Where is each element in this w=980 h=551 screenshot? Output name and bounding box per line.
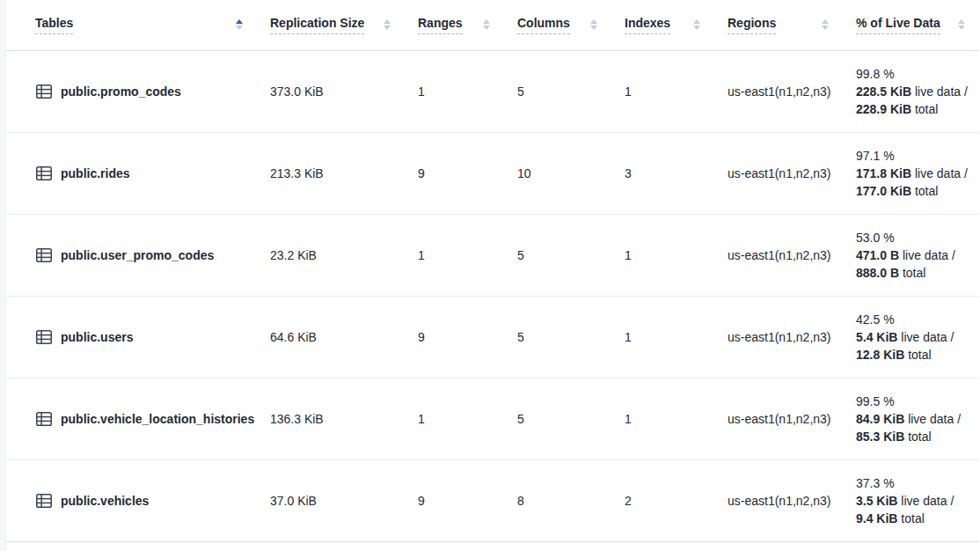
table-row[interactable]: public.promo_codes 373.0 KiB 1 5 1 us-ea… <box>6 50 979 132</box>
column-label: Tables <box>35 16 73 34</box>
live-data-cell: 99.5 % 84.9 KiB live data / 85.3 KiB tot… <box>843 378 979 459</box>
table-name: public.users <box>61 330 133 344</box>
columns-cell: 5 <box>504 378 611 459</box>
column-header-replication-size[interactable]: Replication Size <box>257 0 405 50</box>
tables-page: Tables Replication Size Ranges <box>0 0 980 551</box>
live-data-percent: 42.5 % <box>856 311 974 328</box>
ranges-cell: 1 <box>405 378 504 459</box>
table-row[interactable]: public.users 64.6 KiB 9 5 1 us-east1(n1,… <box>6 296 979 378</box>
columns-cell: 5 <box>504 214 611 296</box>
table-name: public.vehicle_location_histories <box>61 412 254 426</box>
column-header-indexes[interactable]: Indexes <box>611 0 714 50</box>
live-data-percent: 53.0 % <box>856 229 974 246</box>
regions-cell: us-east1(n1,n2,n3) <box>714 132 843 214</box>
column-label: Regions <box>728 16 776 34</box>
indexes-cell: 1 <box>611 50 714 132</box>
table-name-cell: public.vehicles <box>6 459 257 541</box>
replication-size-cell: 136.3 KiB <box>257 378 405 459</box>
live-data-percent: 97.1 % <box>856 147 974 165</box>
table-row[interactable]: public.vehicle_location_histories 136.3 … <box>6 378 979 459</box>
column-label: Indexes <box>625 16 670 34</box>
column-header-live-data[interactable]: % of Live Data <box>843 0 979 50</box>
table-name-cell: public.promo_codes <box>6 50 257 132</box>
table-name-link[interactable]: public.user_promo_codes <box>35 246 257 264</box>
replication-size-cell: 373.0 KiB <box>257 50 405 132</box>
live-data-percent: 99.5 % <box>856 393 974 410</box>
ranges-cell: 1 <box>405 50 504 132</box>
regions-cell: us-east1(n1,n2,n3) <box>714 214 843 296</box>
sort-carets-icon <box>693 19 700 30</box>
table-name-cell: public.users <box>6 296 257 378</box>
indexes-cell: 1 <box>611 214 714 296</box>
table-grid-icon <box>35 246 53 264</box>
live-data-cell: 37.3 % 3.5 KiB live data / 9.4 KiB total <box>843 459 979 541</box>
table-name-link[interactable]: public.promo_codes <box>35 83 257 100</box>
replication-size-cell: 213.3 KiB <box>257 132 405 214</box>
table-name: public.vehicles <box>61 494 149 508</box>
table-grid-icon <box>35 165 53 182</box>
table-name-cell: public.vehicle_location_histories <box>6 378 257 459</box>
total-data-amount: 177.0 KiB total <box>856 182 974 200</box>
sort-carets-icon <box>958 19 965 30</box>
total-data-amount: 12.8 KiB total <box>856 346 974 364</box>
regions-cell: us-east1(n1,n2,n3) <box>714 378 843 459</box>
columns-cell: 10 <box>504 132 611 214</box>
indexes-cell: 1 <box>611 296 714 378</box>
sort-carets-icon <box>236 19 243 30</box>
regions-cell: us-east1(n1,n2,n3) <box>714 50 843 132</box>
total-data-amount: 888.0 B total <box>856 264 974 282</box>
columns-cell: 5 <box>504 296 611 378</box>
tables-table: Tables Replication Size Ranges <box>6 0 979 542</box>
total-data-amount: 85.3 KiB total <box>856 428 974 445</box>
table-body: public.promo_codes 373.0 KiB 1 5 1 us-ea… <box>6 50 979 541</box>
table-name-link[interactable]: public.rides <box>35 165 257 182</box>
live-data-percent: 99.8 % <box>856 65 974 83</box>
table-name: public.user_promo_codes <box>61 248 214 262</box>
live-data-cell: 99.8 % 228.5 KiB live data / 228.9 KiB t… <box>843 50 979 132</box>
total-data-amount: 228.9 KiB total <box>856 100 974 118</box>
live-data-amount: 84.9 KiB live data / <box>856 410 974 428</box>
replication-size-cell: 64.6 KiB <box>257 296 405 378</box>
sort-carets-icon <box>590 19 597 30</box>
ranges-cell: 9 <box>405 132 504 214</box>
table-name: public.rides <box>61 166 130 180</box>
indexes-cell: 1 <box>611 378 714 459</box>
columns-cell: 8 <box>504 459 611 541</box>
table-grid-icon <box>35 492 53 510</box>
column-header-regions[interactable]: Regions <box>714 0 843 50</box>
table-row[interactable]: public.user_promo_codes 23.2 KiB 1 5 1 u… <box>6 214 979 296</box>
table-name-cell: public.user_promo_codes <box>6 214 257 296</box>
column-label: Columns <box>517 16 570 34</box>
regions-cell: us-east1(n1,n2,n3) <box>714 459 843 541</box>
table-grid-icon <box>35 83 53 100</box>
ranges-cell: 9 <box>405 459 504 541</box>
replication-size-cell: 23.2 KiB <box>257 214 405 296</box>
live-data-amount: 471.0 B live data / <box>856 246 974 264</box>
ranges-cell: 9 <box>405 296 504 378</box>
page-left-gutter <box>0 0 6 551</box>
column-header-columns[interactable]: Columns <box>504 0 611 50</box>
total-data-amount: 9.4 KiB total <box>856 510 974 527</box>
column-label: Replication Size <box>270 16 364 34</box>
table-name-cell: public.rides <box>6 132 257 214</box>
column-label: % of Live Data <box>856 16 940 34</box>
live-data-cell: 97.1 % 171.8 KiB live data / 177.0 KiB t… <box>843 132 979 214</box>
table-grid-icon <box>35 410 53 428</box>
table-row[interactable]: public.rides 213.3 KiB 9 10 3 us-east1(n… <box>6 132 979 214</box>
indexes-cell: 2 <box>611 459 714 541</box>
regions-cell: us-east1(n1,n2,n3) <box>714 296 843 378</box>
column-header-ranges[interactable]: Ranges <box>405 0 504 50</box>
live-data-amount: 5.4 KiB live data / <box>856 328 974 346</box>
sort-carets-icon <box>822 19 829 30</box>
table-name-link[interactable]: public.vehicle_location_histories <box>35 410 257 428</box>
table-header: Tables Replication Size Ranges <box>6 0 979 50</box>
live-data-cell: 42.5 % 5.4 KiB live data / 12.8 KiB tota… <box>843 296 979 378</box>
table-row[interactable]: public.vehicles 37.0 KiB 9 8 2 us-east1(… <box>6 459 979 541</box>
live-data-amount: 228.5 KiB live data / <box>856 83 974 100</box>
table-name-link[interactable]: public.users <box>35 328 257 346</box>
column-label: Ranges <box>418 16 463 34</box>
table-name-link[interactable]: public.vehicles <box>35 492 257 510</box>
columns-cell: 5 <box>504 50 611 132</box>
sort-carets-icon <box>483 19 490 30</box>
column-header-tables[interactable]: Tables <box>6 0 257 50</box>
